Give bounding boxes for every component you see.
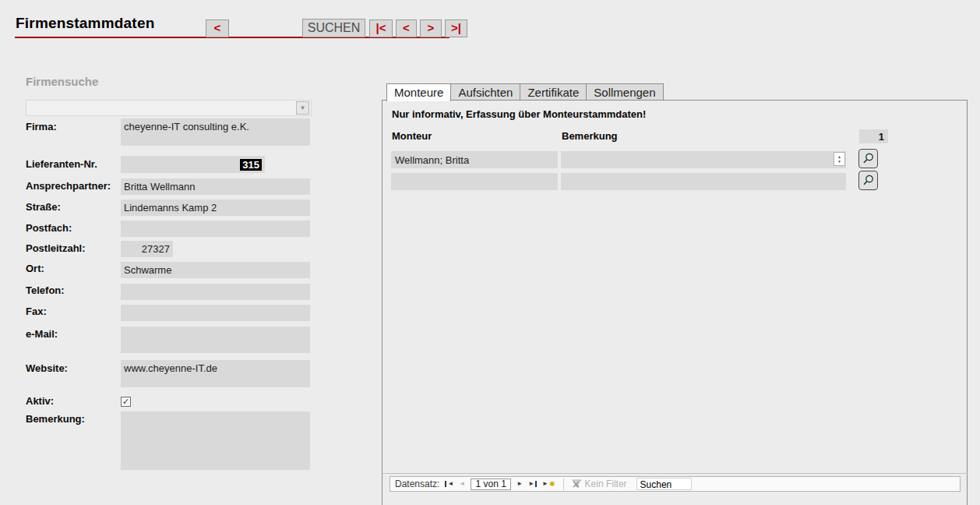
divider — [382, 473, 968, 474]
bar-icon — [535, 481, 537, 487]
firma-label: Firma: — [26, 122, 57, 132]
tab-strip: Monteure Aufsichten Zertifikate Sollmeng… — [386, 83, 664, 101]
column-header-bemerkung: Bemerkung — [562, 130, 618, 142]
monteur-cell-row1[interactable]: Wellmann; Britta — [391, 151, 558, 168]
ort-label: Ort: — [26, 263, 44, 274]
page-title: Firmenstammdaten — [16, 15, 154, 32]
filter-icon — [572, 479, 582, 489]
chevron-down-icon[interactable]: ▼ — [296, 101, 309, 115]
record-count-field: 1 — [859, 129, 888, 143]
tab-monteure[interactable]: Monteure — [386, 83, 451, 101]
lieferanten-nr-field[interactable]: 315 — [121, 156, 265, 173]
lookup-button-row2[interactable] — [858, 171, 878, 190]
strasse-field[interactable]: Lindemanns Kamp 2 — [121, 200, 310, 216]
lieferanten-nr-label: Lieferanten-Nr. — [26, 159, 97, 170]
telefon-label: Telefon: — [26, 285, 65, 296]
column-header-monteur: Monteur — [392, 130, 432, 142]
nav-last-button[interactable]: ► — [528, 481, 537, 487]
triangle-left-icon: ◄ — [459, 481, 465, 487]
tab-sollmengen[interactable]: Sollmengen — [587, 83, 663, 101]
aktiv-checkbox[interactable]: ✓ — [121, 397, 131, 407]
postleitzahl-label: Postleitzahl: — [26, 243, 86, 254]
triangle-right-icon: ► — [542, 481, 548, 487]
bemerkung-label: Bemerkung: — [26, 414, 85, 425]
record-position-field[interactable]: 1 von 1 — [471, 479, 511, 490]
aktiv-label: Aktiv: — [26, 396, 54, 407]
firmensuche-label: Firmensuche — [26, 75, 98, 88]
last-record-button[interactable]: >| — [445, 19, 467, 37]
email-label: e-Mail: — [26, 329, 58, 340]
suchen-button[interactable]: SUCHEN — [302, 19, 365, 37]
postleitzahl-field[interactable]: 27327 — [121, 241, 173, 257]
lookup-button-row1[interactable] — [858, 149, 878, 168]
tab-aufsichten[interactable]: Aufsichten — [451, 83, 520, 101]
tab-zertifikate[interactable]: Zertifikate — [520, 83, 587, 101]
ort-field[interactable]: Schwarme — [121, 262, 310, 278]
nav-new-record-button[interactable]: ►✱ — [542, 481, 555, 488]
divider — [563, 479, 564, 490]
info-text: Nur informativ, Erfassung über Monteurst… — [392, 108, 646, 120]
check-icon: ✓ — [122, 397, 129, 406]
firma-field[interactable]: cheyenne-IT consulting e.K. — [121, 118, 310, 146]
nav-first-button[interactable]: ◄ — [445, 481, 453, 487]
search-input[interactable]: Suchen — [636, 478, 692, 490]
magnifier-icon — [862, 174, 875, 187]
kein-filter-label: Kein Filter — [585, 479, 627, 489]
fax-field[interactable] — [121, 305, 310, 321]
ansprechpartner-field[interactable]: Britta Wellmann — [121, 178, 310, 195]
bar-icon — [445, 481, 446, 487]
telefon-field[interactable] — [121, 284, 310, 300]
strasse-label: Straße: — [26, 202, 61, 213]
magnifier-icon — [862, 152, 875, 165]
email-field[interactable] — [121, 327, 310, 353]
bemerkung-cell-row2[interactable] — [561, 173, 846, 190]
selected-text: 315 — [240, 159, 262, 171]
website-label: Website: — [26, 363, 68, 374]
nav-next-button[interactable]: ► — [516, 481, 523, 487]
triangle-right-icon: ► — [528, 481, 534, 487]
back-button[interactable]: < — [206, 19, 229, 37]
fax-label: Fax: — [26, 306, 47, 317]
triangle-left-icon: ◄ — [447, 481, 453, 487]
bemerkung-field[interactable] — [121, 411, 310, 470]
ansprechpartner-label: Ansprechpartner: — [26, 181, 120, 192]
postfach-label: Postfach: — [26, 223, 72, 234]
monteur-cell-row2[interactable] — [391, 173, 558, 190]
first-record-button[interactable]: |< — [369, 19, 393, 37]
previous-record-button[interactable]: < — [396, 19, 417, 37]
datensatz-label: Datensatz: — [395, 479, 439, 489]
new-record-star-icon: ✱ — [549, 481, 555, 488]
website-field[interactable]: www.cheyenne-IT.de — [121, 360, 310, 387]
nav-prev-button[interactable]: ◄ — [459, 481, 465, 487]
spinner-down-icon[interactable]: ▼ — [837, 159, 841, 164]
bemerkung-cell-row1[interactable]: ▲ ▼ — [561, 151, 846, 168]
triangle-right-icon: ► — [516, 481, 523, 487]
firmensuche-combobox[interactable]: ▼ — [26, 100, 312, 116]
record-navigator: Datensatz: ◄ ◄ 1 von 1 ► ► ►✱ Kein Filte… — [390, 476, 961, 492]
postfach-field[interactable] — [121, 221, 310, 237]
next-record-button[interactable]: > — [420, 19, 442, 37]
spinner-control[interactable]: ▲ ▼ — [834, 152, 845, 166]
no-filter-button[interactable]: Kein Filter — [572, 479, 627, 489]
